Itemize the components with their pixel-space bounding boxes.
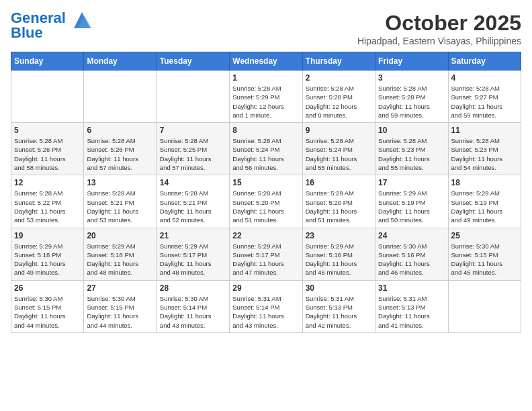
day-number: 18 (451, 178, 518, 187)
calendar-cell (84, 71, 157, 123)
calendar-cell: 8Sunrise: 5:28 AM Sunset: 5:24 PM Daylig… (230, 123, 302, 175)
day-info: Sunrise: 5:28 AM Sunset: 5:24 PM Dayligh… (306, 136, 372, 172)
title-block: October 2025 Hipadpad, Eastern Visayas, … (357, 11, 521, 46)
calendar-cell: 20Sunrise: 5:29 AM Sunset: 5:18 PM Dayli… (84, 228, 157, 280)
calendar-cell: 23Sunrise: 5:29 AM Sunset: 5:16 PM Dayli… (302, 228, 375, 280)
calendar-cell: 15Sunrise: 5:28 AM Sunset: 5:20 PM Dayli… (230, 175, 302, 228)
col-header-friday: Friday (375, 52, 448, 71)
day-info: Sunrise: 5:31 AM Sunset: 5:13 PM Dayligh… (306, 294, 372, 330)
day-number: 5 (14, 126, 81, 135)
calendar-cell: 30Sunrise: 5:31 AM Sunset: 5:13 PM Dayli… (302, 280, 375, 332)
day-info: Sunrise: 5:28 AM Sunset: 5:26 PM Dayligh… (14, 136, 81, 172)
day-number: 24 (378, 231, 445, 240)
day-number: 16 (306, 178, 372, 187)
calendar-cell: 14Sunrise: 5:28 AM Sunset: 5:21 PM Dayli… (157, 175, 229, 228)
calendar-cell: 9Sunrise: 5:28 AM Sunset: 5:24 PM Daylig… (302, 123, 375, 175)
calendar-cell: 12Sunrise: 5:28 AM Sunset: 5:22 PM Dayli… (11, 175, 84, 228)
calendar-cell: 10Sunrise: 5:28 AM Sunset: 5:23 PM Dayli… (375, 123, 448, 175)
day-info: Sunrise: 5:30 AM Sunset: 5:15 PM Dayligh… (14, 294, 81, 330)
calendar-week-row: 1Sunrise: 5:28 AM Sunset: 5:29 PM Daylig… (11, 71, 521, 123)
day-number: 29 (232, 283, 299, 293)
col-header-sunday: Sunday (11, 52, 84, 71)
calendar-cell: 11Sunrise: 5:28 AM Sunset: 5:23 PM Dayli… (448, 123, 521, 175)
day-number: 26 (14, 283, 81, 293)
calendar-cell: 4Sunrise: 5:28 AM Sunset: 5:27 PM Daylig… (448, 71, 521, 123)
calendar-cell: 1Sunrise: 5:28 AM Sunset: 5:29 PM Daylig… (230, 71, 302, 123)
page-header: GeneralBlue October 2025 Hipadpad, Easte… (11, 11, 521, 46)
calendar-cell: 18Sunrise: 5:29 AM Sunset: 5:19 PM Dayli… (448, 175, 521, 228)
calendar-cell (448, 280, 521, 332)
day-info: Sunrise: 5:28 AM Sunset: 5:25 PM Dayligh… (160, 136, 226, 172)
day-info: Sunrise: 5:31 AM Sunset: 5:14 PM Dayligh… (232, 294, 299, 330)
col-header-tuesday: Tuesday (157, 52, 229, 71)
calendar-cell: 16Sunrise: 5:29 AM Sunset: 5:20 PM Dayli… (302, 175, 375, 228)
day-info: Sunrise: 5:29 AM Sunset: 5:16 PM Dayligh… (306, 242, 372, 277)
day-number: 10 (378, 126, 445, 135)
day-number: 11 (451, 126, 518, 135)
day-info: Sunrise: 5:28 AM Sunset: 5:22 PM Dayligh… (14, 189, 81, 224)
calendar-cell: 31Sunrise: 5:31 AM Sunset: 5:13 PM Dayli… (375, 280, 448, 332)
calendar-table: SundayMondayTuesdayWednesdayThursdayFrid… (11, 52, 521, 333)
calendar-cell: 2Sunrise: 5:28 AM Sunset: 5:28 PM Daylig… (302, 71, 375, 123)
calendar-cell: 5Sunrise: 5:28 AM Sunset: 5:26 PM Daylig… (11, 123, 84, 175)
day-info: Sunrise: 5:28 AM Sunset: 5:23 PM Dayligh… (451, 136, 518, 172)
logo: GeneralBlue (11, 11, 93, 40)
col-header-wednesday: Wednesday (230, 52, 302, 71)
day-number: 22 (232, 231, 299, 240)
day-info: Sunrise: 5:30 AM Sunset: 5:15 PM Dayligh… (87, 294, 153, 330)
day-number: 9 (306, 126, 372, 135)
day-info: Sunrise: 5:29 AM Sunset: 5:19 PM Dayligh… (451, 189, 518, 224)
day-info: Sunrise: 5:28 AM Sunset: 5:28 PM Dayligh… (378, 84, 445, 120)
day-info: Sunrise: 5:28 AM Sunset: 5:26 PM Dayligh… (87, 136, 153, 172)
day-number: 17 (378, 178, 445, 187)
calendar-cell: 26Sunrise: 5:30 AM Sunset: 5:15 PM Dayli… (11, 280, 84, 332)
day-number: 23 (306, 231, 372, 240)
day-info: Sunrise: 5:28 AM Sunset: 5:20 PM Dayligh… (232, 189, 299, 224)
day-info: Sunrise: 5:30 AM Sunset: 5:16 PM Dayligh… (378, 242, 445, 277)
day-number: 31 (378, 283, 445, 293)
day-info: Sunrise: 5:29 AM Sunset: 5:19 PM Dayligh… (378, 189, 445, 224)
calendar-cell (157, 71, 229, 123)
calendar-cell: 29Sunrise: 5:31 AM Sunset: 5:14 PM Dayli… (230, 280, 302, 332)
calendar-cell: 6Sunrise: 5:28 AM Sunset: 5:26 PM Daylig… (84, 123, 157, 175)
calendar-cell: 24Sunrise: 5:30 AM Sunset: 5:16 PM Dayli… (375, 228, 448, 280)
day-info: Sunrise: 5:28 AM Sunset: 5:21 PM Dayligh… (160, 189, 226, 224)
day-number: 19 (14, 231, 81, 240)
day-info: Sunrise: 5:29 AM Sunset: 5:17 PM Dayligh… (232, 242, 299, 277)
day-info: Sunrise: 5:29 AM Sunset: 5:18 PM Dayligh… (14, 242, 81, 277)
day-info: Sunrise: 5:30 AM Sunset: 5:15 PM Dayligh… (451, 242, 518, 277)
day-number: 4 (451, 73, 518, 83)
day-number: 1 (232, 73, 299, 83)
day-info: Sunrise: 5:29 AM Sunset: 5:20 PM Dayligh… (306, 189, 372, 224)
calendar-cell: 28Sunrise: 5:30 AM Sunset: 5:14 PM Dayli… (157, 280, 229, 332)
calendar-cell: 27Sunrise: 5:30 AM Sunset: 5:15 PM Dayli… (84, 280, 157, 332)
day-number: 3 (378, 73, 445, 83)
day-number: 6 (87, 126, 153, 135)
day-number: 7 (160, 126, 226, 135)
day-info: Sunrise: 5:28 AM Sunset: 5:23 PM Dayligh… (378, 136, 445, 172)
location: Hipadpad, Eastern Visayas, Philippines (357, 36, 521, 46)
day-number: 27 (87, 283, 153, 293)
calendar-week-row: 12Sunrise: 5:28 AM Sunset: 5:22 PM Dayli… (11, 175, 521, 228)
day-number: 15 (232, 178, 299, 187)
col-header-monday: Monday (84, 52, 157, 71)
calendar-cell: 19Sunrise: 5:29 AM Sunset: 5:18 PM Dayli… (11, 228, 84, 280)
day-info: Sunrise: 5:28 AM Sunset: 5:27 PM Dayligh… (451, 84, 518, 120)
day-number: 20 (87, 231, 153, 240)
calendar-cell: 7Sunrise: 5:28 AM Sunset: 5:25 PM Daylig… (157, 123, 229, 175)
day-number: 30 (306, 283, 372, 293)
day-info: Sunrise: 5:29 AM Sunset: 5:18 PM Dayligh… (87, 242, 153, 277)
day-number: 8 (232, 126, 299, 135)
day-number: 14 (160, 178, 226, 187)
calendar-week-row: 5Sunrise: 5:28 AM Sunset: 5:26 PM Daylig… (11, 123, 521, 175)
day-info: Sunrise: 5:31 AM Sunset: 5:13 PM Dayligh… (378, 294, 445, 330)
calendar-week-row: 26Sunrise: 5:30 AM Sunset: 5:15 PM Dayli… (11, 280, 521, 332)
calendar-cell: 13Sunrise: 5:28 AM Sunset: 5:21 PM Dayli… (84, 175, 157, 228)
calendar-cell: 17Sunrise: 5:29 AM Sunset: 5:19 PM Dayli… (375, 175, 448, 228)
day-number: 25 (451, 231, 518, 240)
logo-text: GeneralBlue (11, 11, 66, 40)
calendar-cell: 21Sunrise: 5:29 AM Sunset: 5:17 PM Dayli… (157, 228, 229, 280)
day-number: 12 (14, 178, 81, 187)
month-year: October 2025 (357, 11, 521, 36)
day-info: Sunrise: 5:28 AM Sunset: 5:29 PM Dayligh… (232, 84, 299, 120)
